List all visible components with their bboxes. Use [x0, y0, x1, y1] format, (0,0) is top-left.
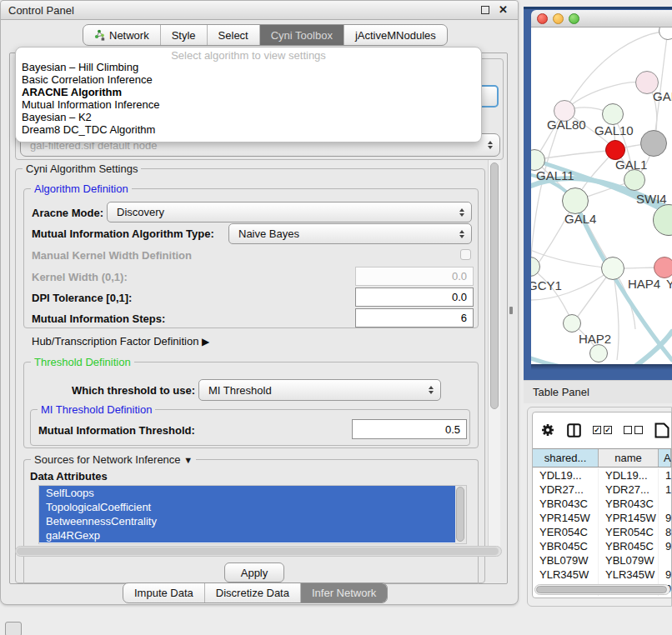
close-panel-icon[interactable]: ✕	[499, 3, 508, 16]
aracne-mode-value: Discovery	[117, 206, 164, 218]
manual-kernel-width-label: Manual Kernel Width Definition	[32, 249, 192, 262]
table-toolbar: ✓✓	[533, 412, 671, 448]
node-label: GAL	[653, 89, 672, 103]
kernel-width-field	[355, 267, 474, 286]
node-label: GAL11	[536, 168, 574, 182]
algorithm-definition-title: Algorithm Definition	[31, 182, 132, 195]
export-table-icon[interactable]	[654, 422, 669, 438]
cyni-algorithm-settings-title: Cyni Algorithm Settings	[23, 162, 141, 175]
combo-spinner-icon	[459, 208, 464, 217]
mi-threshold-label: Mutual Information Threshold:	[38, 424, 195, 437]
mi-threshold-group-title: MI Threshold Definition	[38, 403, 155, 416]
gear-icon[interactable]	[540, 422, 555, 438]
algo-item-mutual-information[interactable]: Mutual Information Inference	[16, 98, 481, 111]
apply-button[interactable]: Apply	[224, 562, 284, 582]
hub-definition-toggle[interactable]: Hub/Transcription Factor Definition ▶	[32, 335, 209, 348]
deselect-all-checks-icon[interactable]	[624, 426, 643, 434]
algo-item-basic-correlation[interactable]: Basic Correlation Inference	[16, 73, 481, 86]
table-row[interactable]: YBL079W YBL079W	[533, 553, 671, 568]
which-threshold-label: Which threshold to use:	[72, 384, 195, 397]
attr-list-scrollbar[interactable]	[455, 486, 466, 543]
which-threshold-combo[interactable]: MI Threshold	[198, 379, 441, 401]
node-hap4[interactable]	[601, 257, 624, 280]
settings-scroll-thumb[interactable]	[490, 162, 499, 409]
tab-discretize-data[interactable]: Discretize Data	[204, 583, 300, 602]
algo-item-aracne[interactable]: ARACNE Algorithm	[16, 86, 481, 98]
table-row[interactable]: YER054C YER054C 8.	[533, 525, 671, 539]
algo-item-bayesian-k2[interactable]: Bayesian – K2	[16, 111, 481, 123]
mi-steps-field[interactable]	[355, 308, 474, 328]
column-header-name[interactable]: name	[599, 449, 659, 467]
split-columns-icon[interactable]	[567, 423, 581, 438]
node-hap2[interactable]	[563, 314, 581, 332]
table-row[interactable]: YLR345W YLR345W 9.	[533, 568, 671, 582]
tab-network[interactable]: Network	[83, 25, 160, 45]
settings-scrollbar[interactable]	[488, 160, 500, 556]
expanded-arrow-icon[interactable]: ▼	[183, 455, 193, 465]
algorithm-dropdown-prompt: Select algorithm to view settings	[16, 48, 481, 61]
zoom-traffic-light-icon[interactable]	[569, 13, 579, 24]
mi-algorithm-type-value: Naive Bayes	[238, 228, 299, 240]
settings-hscroll-thumb[interactable]	[17, 548, 499, 555]
algo-item-dream8[interactable]: Dream8 DC_TDC Algorithm	[16, 123, 481, 136]
column-header-third[interactable]: A	[659, 449, 671, 467]
node-unlabeled-gray[interactable]	[640, 130, 667, 157]
minimize-traffic-light-icon[interactable]	[553, 13, 564, 24]
node-label: Y	[666, 277, 672, 291]
table-row[interactable]: YBR043C YBR043C	[533, 497, 671, 511]
node-label: GAL4	[564, 212, 596, 226]
network-window-titlebar[interactable]	[531, 10, 672, 28]
tab-jactivemnodules[interactable]: jActiveMNodules	[344, 25, 447, 45]
algorithm-dropdown-list: Select algorithm to view settings Bayesi…	[15, 47, 482, 142]
table-hscroll-thumb[interactable]	[536, 586, 667, 593]
settings-hscrollbar[interactable]	[15, 546, 502, 557]
aracne-mode-label: Aracne Mode:	[32, 207, 103, 219]
table-panel-titlebar: Table Panel	[524, 380, 672, 403]
node-gal4[interactable]	[562, 188, 589, 214]
which-threshold-value: MI Threshold	[208, 384, 272, 397]
table-row[interactable]: YDL19... YDL19... 13	[533, 468, 671, 482]
dpi-tolerance-field[interactable]	[355, 288, 474, 307]
panel-splitter-handle[interactable]	[509, 307, 513, 314]
tab-cyni-toolbox[interactable]: Cyni Toolbox	[259, 25, 344, 45]
threshold-definition-title: Threshold Definition	[31, 356, 134, 368]
table-row[interactable]: YPR145W YPR145W 9.	[533, 511, 671, 525]
attr-item-topologicalcoefficient[interactable]: TopologicalCoefficient	[39, 500, 466, 514]
table-hscrollbar[interactable]	[534, 584, 670, 595]
mi-algorithm-type-label: Mutual Information Algorithm Type:	[32, 228, 214, 240]
attr-item-gal4rgexp[interactable]: gal4RGexp	[39, 528, 466, 542]
attr-list-scroll-thumb[interactable]	[456, 487, 464, 542]
column-header-shared[interactable]: shared...	[533, 449, 599, 467]
node-label: GAL10	[594, 123, 634, 138]
network-canvas[interactable]: GAL GAL80 GAL10 GAL1 GAL11 SWI4 GAL4 GCY…	[531, 28, 672, 364]
algo-item-bayesian-hill-climbing[interactable]: Bayesian – Hill Climbing	[16, 61, 481, 73]
combo-spinner-icon	[488, 141, 493, 149]
tab-select[interactable]: Select	[207, 25, 259, 45]
combo-spinner-icon	[429, 386, 434, 394]
node-swi4[interactable]	[624, 169, 645, 191]
tab-style[interactable]: Style	[160, 25, 207, 45]
node-unlabeled-bottom[interactable]	[589, 344, 608, 362]
manual-kernel-width-checkbox	[460, 249, 471, 260]
aracne-mode-combo[interactable]: Discovery	[107, 202, 472, 222]
select-all-checks-icon[interactable]: ✓✓	[593, 426, 612, 434]
control-panel-titlebar: Control Panel ✕	[1, 1, 518, 20]
table-row[interactable]: YDR27... YDR27... 12	[533, 482, 671, 497]
mi-threshold-field[interactable]	[352, 419, 467, 439]
tab-impute-data[interactable]: Impute Data	[123, 583, 204, 602]
close-traffic-light-icon[interactable]	[537, 13, 548, 24]
attr-item-selfloops[interactable]: SelfLoops	[39, 486, 466, 500]
float-panel-icon[interactable]	[481, 6, 489, 14]
node-gal10[interactable]	[602, 103, 624, 125]
control-panel-title: Control Panel	[1, 4, 74, 17]
mi-algorithm-type-combo[interactable]: Naive Bayes	[228, 223, 472, 244]
screen: { "app": { "control_panel_title": "Contr…	[0, 0, 672, 635]
sources-group-title: Sources for Network Inference ▼	[31, 453, 196, 466]
collapsed-panel-icon[interactable]	[5, 622, 22, 635]
tab-infer-network[interactable]: Infer Network	[300, 583, 387, 602]
node-label: GAL1	[615, 158, 647, 172]
table-row[interactable]: YBR045C YBR045C 9.	[533, 539, 671, 553]
attr-item-betweennesscentrality[interactable]: BetweennessCentrality	[39, 514, 466, 528]
table-panel: ✓✓ shared... name A YDL19... YDL19... 13…	[532, 412, 672, 598]
node-salmon[interactable]	[654, 257, 672, 278]
